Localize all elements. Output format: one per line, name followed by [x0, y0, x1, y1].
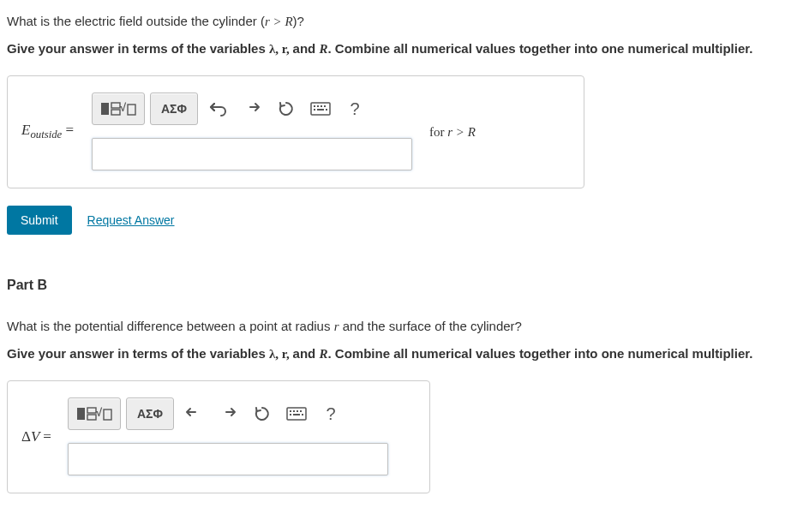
svg-rect-14: [87, 408, 96, 413]
svg-rect-24: [293, 414, 300, 415]
svg-rect-20: [293, 410, 295, 412]
svg-rect-1: [111, 103, 120, 108]
part-a-answer-box: Eoutside = √ ΑΣΦ: [7, 75, 584, 188]
svg-rect-0: [101, 103, 109, 115]
vars: λ, r,: [269, 42, 293, 56]
keyboard-button[interactable]: [282, 398, 311, 429]
text: . Combine all numerical values together …: [327, 346, 752, 361]
E-symbol: E: [21, 122, 30, 138]
answer-input[interactable]: [92, 138, 412, 170]
equation-toolbar: √ ΑΣΦ ?: [68, 398, 388, 429]
part-b-question: What is the potential difference between…: [7, 317, 784, 336]
answer-prefix: ΔV =: [21, 428, 56, 445]
svg-rect-7: [317, 105, 319, 107]
svg-rect-17: [104, 409, 111, 420]
var-R: R: [319, 42, 327, 56]
text: Give your answer in terms of the variabl…: [7, 346, 269, 361]
answer-input[interactable]: [68, 443, 388, 475]
condition: r > R: [265, 15, 293, 28]
part-a-actions: Submit Request Answer: [7, 206, 784, 235]
svg-rect-13: [77, 408, 85, 420]
part-b-instruction: Give your answer in terms of the variabl…: [7, 344, 784, 363]
redo-button[interactable]: [237, 93, 267, 124]
condition: r > R: [447, 125, 476, 139]
answer-suffix: for r > R: [429, 125, 476, 140]
templates-button[interactable]: √: [92, 93, 145, 125]
part-a-instruction: Give your answer in terms of the variabl…: [7, 39, 784, 58]
help-button[interactable]: ?: [340, 93, 369, 124]
help-button[interactable]: ?: [316, 398, 345, 429]
answer-prefix: Eoutside =: [21, 122, 80, 141]
part-a-question: What is the electric field outside the c…: [7, 12, 784, 31]
keyboard-button[interactable]: [306, 93, 335, 124]
input-stack: √ ΑΣΦ ?: [68, 398, 388, 475]
svg-rect-22: [300, 410, 302, 412]
svg-text:√: √: [96, 406, 103, 419]
svg-text:√: √: [120, 101, 127, 114]
text: . Combine all numerical values together …: [327, 41, 752, 56]
submit-button[interactable]: Submit: [7, 206, 72, 235]
reset-button[interactable]: [272, 93, 301, 124]
svg-rect-9: [324, 105, 326, 107]
undo-button[interactable]: [203, 93, 232, 124]
templates-button[interactable]: √: [68, 398, 121, 430]
svg-rect-21: [297, 410, 298, 412]
undo-button[interactable]: [179, 398, 208, 429]
text: What is the electric field outside the c…: [7, 14, 265, 28]
subscript: outside: [30, 129, 62, 141]
svg-rect-19: [290, 410, 291, 412]
greek-button[interactable]: ΑΣΦ: [150, 93, 198, 125]
svg-rect-15: [87, 415, 96, 420]
equation-toolbar: √ ΑΣΦ ?: [92, 93, 412, 124]
vars: λ, r,: [269, 347, 293, 361]
svg-rect-25: [302, 414, 303, 415]
svg-rect-12: [326, 109, 327, 111]
equals: =: [62, 122, 74, 138]
reset-button[interactable]: [248, 398, 277, 429]
svg-rect-4: [128, 105, 135, 115]
svg-rect-11: [317, 109, 324, 111]
svg-rect-8: [321, 105, 322, 107]
text: Give your answer in terms of the variabl…: [7, 41, 269, 56]
svg-rect-2: [111, 110, 120, 115]
input-stack: √ ΑΣΦ ?: [92, 93, 412, 170]
text: and: [293, 41, 320, 56]
redo-button[interactable]: [213, 398, 243, 429]
text: and: [293, 346, 320, 361]
svg-rect-6: [314, 105, 315, 107]
part-b-header: Part B: [7, 278, 784, 293]
greek-button[interactable]: ΑΣΦ: [126, 398, 174, 430]
request-answer-link[interactable]: Request Answer: [87, 213, 175, 227]
part-b-answer-box: ΔV = √ ΑΣΦ: [7, 380, 430, 493]
text: )?: [293, 14, 304, 28]
text: for: [429, 125, 447, 139]
svg-rect-23: [290, 414, 291, 415]
svg-rect-10: [314, 109, 315, 111]
var-R: R: [319, 347, 327, 361]
